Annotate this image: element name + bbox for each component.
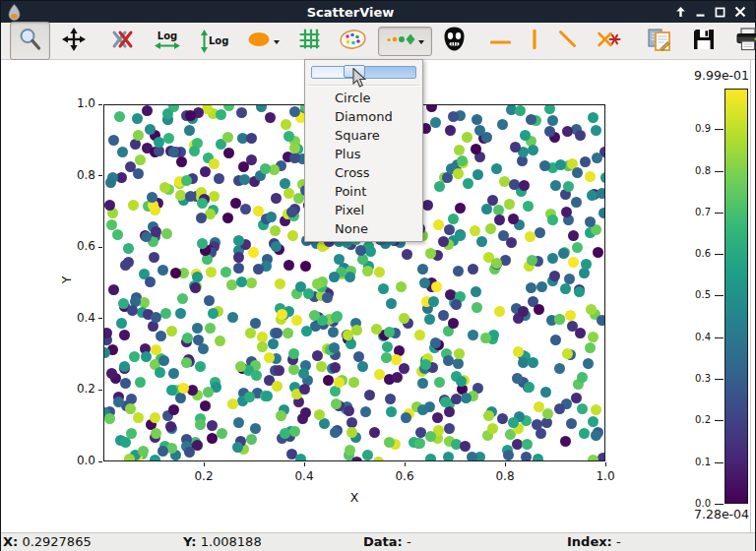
zoom-button[interactable] — [10, 22, 50, 60]
grid-button[interactable] — [291, 24, 328, 58]
scatter-point — [426, 104, 437, 112]
scatter-point — [487, 423, 498, 434]
scatter-point — [328, 327, 339, 337]
marker-style-button[interactable] — [378, 27, 432, 56]
scatter-point — [588, 455, 598, 461]
status-x: X: 0.2927865 — [3, 534, 92, 549]
scatter-point — [588, 112, 598, 123]
scatter-point — [175, 393, 186, 403]
colorbar-max-label: 9.99e-01 — [671, 68, 749, 83]
y-axis-label: Y — [59, 274, 74, 287]
scatter-point — [597, 188, 605, 199]
scatter-point — [142, 105, 153, 116]
scatter-point — [275, 278, 285, 289]
scatter-point — [494, 214, 505, 225]
scatter-point — [266, 212, 277, 222]
scatter-point — [185, 191, 196, 202]
colorbar-tick-mark — [715, 337, 724, 338]
scatter-point — [312, 278, 323, 289]
chevron-down-icon — [418, 40, 424, 44]
horizontal-line-button[interactable] — [482, 27, 519, 55]
scatter-point — [471, 286, 481, 297]
scatter-point — [155, 367, 165, 378]
scatter-point — [246, 277, 257, 288]
scatter-point — [536, 281, 547, 292]
scatter-point — [585, 171, 596, 182]
marker-size-slider[interactable] — [311, 65, 416, 81]
scatter-point — [132, 113, 143, 124]
scatter-point — [577, 403, 588, 414]
colorbar-tick-label: 0.1 — [677, 457, 711, 467]
scatter-point — [455, 203, 466, 214]
scatter-point — [371, 324, 382, 335]
scatter-point — [593, 247, 603, 258]
scatter-point — [588, 416, 598, 427]
scatter-point — [494, 306, 505, 317]
mask-button[interactable] — [436, 22, 472, 60]
menu-item-none[interactable]: None — [305, 219, 422, 238]
menu-item-diamond[interactable]: Diamond — [305, 107, 422, 126]
scatter-point — [443, 355, 454, 366]
menu-item-square[interactable]: Square — [305, 126, 422, 145]
scatter-point — [168, 147, 179, 157]
scatter-point — [424, 314, 435, 325]
scatter-point — [481, 204, 492, 214]
tick-mark — [605, 462, 606, 466]
palette-button[interactable] — [332, 25, 374, 58]
scatter-point — [585, 342, 596, 353]
scatter-point — [190, 282, 201, 293]
diagonal-line-button[interactable] — [550, 25, 585, 57]
close-button[interactable] — [733, 6, 746, 19]
scatter-point — [154, 137, 164, 148]
menu-item-pixel[interactable]: Pixel — [305, 201, 422, 219]
log-x-button[interactable]: Log — [147, 27, 188, 55]
scatter-point — [133, 412, 144, 423]
app-window: ScatterView — [0, 0, 756, 551]
hline-icon — [490, 31, 511, 50]
marker-color-button[interactable] — [240, 27, 287, 56]
scatter-point — [472, 302, 482, 313]
scatter-point — [351, 325, 362, 336]
scatter-point — [105, 177, 116, 188]
scatter-point — [284, 260, 294, 271]
clear-zoom-button[interactable] — [103, 25, 143, 58]
scatter-point — [401, 412, 411, 423]
scatter-point — [528, 357, 538, 368]
menu-item-cross[interactable]: Cross — [305, 163, 422, 182]
minimize-button[interactable] — [694, 6, 707, 19]
vertical-line-button[interactable] — [523, 25, 546, 58]
log-y-button[interactable]: Log — [192, 25, 236, 58]
scatter-point — [472, 169, 483, 180]
scatter-point — [430, 117, 441, 128]
scatter-point — [357, 361, 368, 372]
remove-line-button[interactable] — [589, 26, 629, 57]
titlebar[interactable]: ScatterView — [1, 1, 755, 23]
scatter-point — [360, 406, 371, 417]
scatter-point — [322, 292, 333, 303]
copy-button[interactable] — [639, 22, 680, 61]
scatter-point — [374, 267, 385, 277]
scatter-point — [448, 111, 459, 122]
scatter-point — [364, 390, 375, 400]
scatter-point — [138, 446, 149, 457]
scatter-point — [168, 404, 179, 415]
maximize-button[interactable] — [714, 6, 726, 19]
scatter-point — [205, 323, 216, 334]
scatter-point — [540, 387, 551, 398]
scatter-point — [451, 299, 462, 310]
scatter-point — [135, 377, 146, 388]
scatter-point — [471, 144, 481, 154]
pan-button[interactable] — [54, 23, 94, 60]
print-button[interactable] — [727, 23, 756, 60]
marker-dots-icon — [386, 31, 415, 51]
scatter-point — [524, 382, 535, 393]
shade-button[interactable] — [674, 6, 687, 19]
tick-mark — [98, 318, 102, 319]
scatter-point — [472, 114, 482, 125]
save-button[interactable] — [684, 23, 724, 60]
scatter-point — [454, 348, 465, 359]
scatter-point — [535, 227, 545, 238]
menu-item-plus[interactable]: Plus — [305, 145, 422, 163]
scatter-point — [373, 457, 384, 461]
menu-item-point[interactable]: Point — [305, 182, 422, 201]
